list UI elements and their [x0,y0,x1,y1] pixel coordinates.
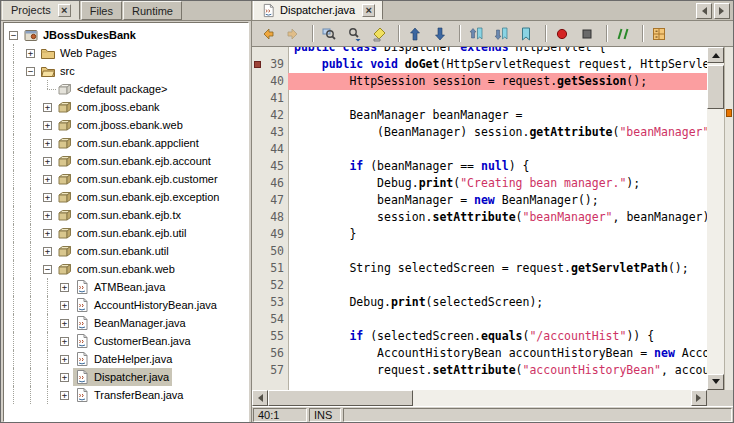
code-line-54[interactable]: 54 [252,311,707,328]
tree-toggle-handle[interactable]: − [5,26,22,44]
scroll-tabs-left-button[interactable] [696,3,712,19]
code-line-44[interactable]: 44 [252,141,707,158]
tree-toggle-handle[interactable]: + [56,314,73,332]
expand-icon[interactable]: + [26,49,35,58]
code-line-53[interactable]: 53 Debug.print(selectedScreen); [252,294,707,311]
comment-lines-button[interactable] [613,23,637,45]
tree-node-com-sun-ebank-ejb-util[interactable]: +com.sun.ebank.ejb.util [5,224,248,242]
toggle-bookmark-button[interactable] [516,23,540,45]
previous-bookmark-button[interactable] [466,23,490,45]
tree-node-com-sun-ebank-ejb-customer[interactable]: +com.sun.ebank.ejb.customer [5,170,248,188]
tree-node-com-sun-ebank-ejb-account[interactable]: +com.sun.ebank.ejb.account [5,152,248,170]
code-line-39[interactable]: 39 public void doGet(HttpServletRequest … [252,56,707,73]
tree-node-com-sun-ebank-ejb-exception[interactable]: +com.sun.ebank.ejb.exception [5,188,248,206]
tree-node-default-package[interactable]: <default package> [5,80,248,98]
scroll-down-button[interactable] [707,374,724,390]
code-line-48[interactable]: 48 session.setAttribute("beanManager", b… [252,209,707,226]
close-icon[interactable]: × [58,4,71,17]
code-line-40[interactable]: 40 HttpSession session = request.getSess… [252,73,707,90]
find-next-button[interactable] [344,23,368,45]
scroll-up-button[interactable] [707,47,724,63]
expand-icon[interactable]: + [43,175,52,184]
tree-toggle-handle[interactable]: − [22,62,39,80]
tree-node-com-sun-ebank-web[interactable]: −com.sun.ebank.web [5,260,248,278]
code-line-55[interactable]: 55 if (selectedScreen.equals("/accountHi… [252,328,707,345]
expand-icon[interactable]: + [60,283,69,292]
tree-node-dispatcher-java[interactable]: +Dispatcher.java [5,368,248,386]
tree-node-com-sun-ebank-util[interactable]: +com.sun.ebank.util [5,242,248,260]
tree-toggle-handle[interactable]: + [39,116,56,134]
scroll-tabs-right-button[interactable] [714,3,730,19]
vertical-scrollbar-track[interactable] [707,63,724,374]
tree-node-transferbean-java[interactable]: +TransferBean.java [5,386,248,404]
expand-icon[interactable]: + [60,337,69,346]
tree-toggle-handle[interactable]: + [56,368,73,386]
vertical-scrollbar-thumb[interactable] [707,65,724,109]
tree-node-src[interactable]: −src [5,62,248,80]
tree-node-customerbean-java[interactable]: +CustomerBean.java [5,332,248,350]
stop-macro-recording-button[interactable] [577,23,601,45]
collapse-icon[interactable]: − [9,31,18,40]
tree-node-jbossdukesbank[interactable]: −JBossDukesBank [5,26,248,44]
tree-toggle-handle[interactable]: + [39,224,56,242]
code-line-45[interactable]: 45 if (beanManager == null) { [252,158,707,175]
tree-toggle-handle[interactable]: + [56,296,73,314]
next-bookmark-button[interactable] [491,23,515,45]
tree-node-com-jboss-ebank[interactable]: +com.jboss.ebank [5,98,248,116]
expand-icon[interactable]: + [43,139,52,148]
expand-icon[interactable]: + [60,373,69,382]
error-stripe-mark[interactable] [726,109,732,117]
toggle-highlight-search-button[interactable] [369,23,393,45]
expand-icon[interactable]: + [43,157,52,166]
code-line-42[interactable]: 42 BeanManager beanManager = [252,107,707,124]
expand-icon[interactable]: + [60,391,69,400]
tree-toggle-handle[interactable]: + [39,134,56,152]
code-line-43[interactable]: 43 (BeanManager) session.getAttribute("b… [252,124,707,141]
tab-dispatcher-java[interactable]: Dispatcher.java × [253,0,383,20]
tree-node-datehelper-java[interactable]: +DateHelper.java [5,350,248,368]
horizontal-scrollbar-thumb[interactable] [268,390,413,406]
tab-projects[interactable]: Projects × [2,0,80,20]
code-line-41[interactable]: 41 [252,90,707,107]
tree-toggle-handle[interactable]: + [56,386,73,404]
next-occurrence-button[interactable] [430,23,454,45]
find-selection-button[interactable] [319,23,343,45]
tree-node-com-sun-ebank-ejb-tx[interactable]: +com.sun.ebank.ejb.tx [5,206,248,224]
expand-icon[interactable]: + [43,193,52,202]
expand-icon[interactable]: + [43,211,52,220]
tree-toggle-handle[interactable]: + [39,98,56,116]
tree-toggle-handle[interactable]: + [56,350,73,368]
tree-toggle-handle[interactable]: + [39,170,56,188]
code-folding-menu-button[interactable] [649,23,673,45]
tree-toggle-handle[interactable]: + [39,242,56,260]
code-line-57[interactable]: 57 request.setAttribute("accountHistoryB… [252,362,707,379]
code-line[interactable]: public class Dispatcher extends HttpServ… [252,47,707,56]
tree-toggle-handle[interactable]: + [56,278,73,296]
code-line-49[interactable]: 49 } [252,226,707,243]
code-line-51[interactable]: 51 String selectedScreen = request.getSe… [252,260,707,277]
horizontal-scrollbar-track[interactable] [268,390,691,406]
tab-files[interactable]: Files [81,1,122,20]
expand-icon[interactable]: + [43,103,52,112]
previous-occurrence-button[interactable] [405,23,429,45]
expand-icon[interactable]: + [43,121,52,130]
tree-node-atmbean-java[interactable]: +ATMBean.java [5,278,248,296]
tree-toggle-handle[interactable]: − [39,260,56,278]
code-line-50[interactable]: 50 [252,243,707,260]
tree-toggle-handle[interactable]: + [56,332,73,350]
expand-icon[interactable]: + [43,247,52,256]
tab-runtime[interactable]: Runtime [123,1,182,20]
tree-node-web-pages[interactable]: +Web Pages [5,44,248,62]
tree-node-com-sun-ebank-appclient[interactable]: +com.sun.ebank.appclient [5,134,248,152]
tree-toggle-handle[interactable]: + [39,152,56,170]
annotation-glyph-icon[interactable] [254,61,261,68]
tree-toggle-handle[interactable]: + [22,44,39,62]
expand-icon[interactable]: + [60,355,69,364]
code-line-52[interactable]: 52 [252,277,707,294]
code-line-56[interactable]: 56 AccountHistoryBean accountHistoryBean… [252,345,707,362]
tree-toggle-handle[interactable]: + [39,188,56,206]
tree-node-beanmanager-java[interactable]: +BeanManager.java [5,314,248,332]
collapse-icon[interactable]: − [43,265,52,274]
scroll-left-button[interactable] [252,390,268,406]
forward-button[interactable] [283,23,307,45]
